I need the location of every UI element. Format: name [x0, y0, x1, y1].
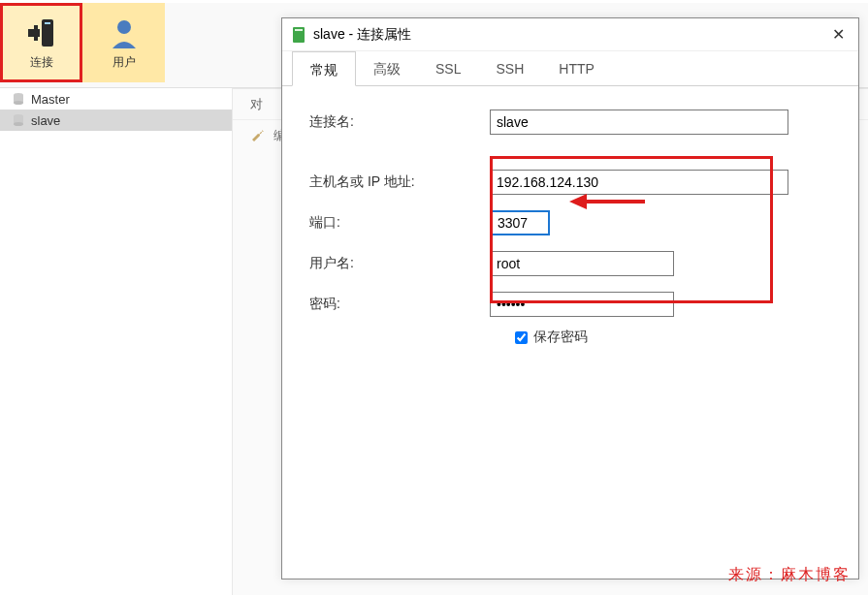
connection-name-input[interactable] — [490, 110, 788, 135]
tab-general[interactable]: 常规 — [292, 51, 356, 86]
svg-rect-1 — [45, 22, 50, 24]
dialog-tabs: 常规 高级 SSL SSH HTTP — [282, 51, 858, 86]
connect-button[interactable]: 连接 — [0, 3, 82, 82]
connection-item-master[interactable]: Master — [0, 88, 232, 110]
user-label: 用户 — [113, 54, 136, 71]
host-label: 主机名或 IP 地址: — [305, 173, 490, 191]
host-input[interactable] — [490, 170, 788, 195]
wrench-icon — [250, 128, 264, 144]
connection-label: Master — [31, 92, 70, 107]
dialog-form: 连接名: 主机名或 IP 地址: 端口: 用户名: 密码: 保存密码 — [282, 86, 858, 365]
tab-ssl[interactable]: SSL — [418, 51, 478, 86]
database-icon — [12, 92, 25, 106]
database-icon — [12, 113, 25, 127]
source-attribution: 来源：麻木博客 — [728, 565, 851, 585]
user-icon — [107, 16, 142, 50]
save-password-checkbox[interactable] — [515, 331, 528, 344]
plug-server-icon — [24, 16, 59, 50]
obj-text: 对 — [250, 96, 263, 113]
connection-label: slave — [31, 113, 60, 128]
connection-name-label: 连接名: — [305, 113, 490, 131]
svg-point-2 — [117, 20, 131, 34]
username-input[interactable] — [490, 251, 674, 276]
username-label: 用户名: — [305, 255, 490, 272]
close-button[interactable]: ✕ — [828, 25, 849, 44]
password-label: 密码: — [305, 296, 490, 313]
password-input[interactable] — [490, 292, 674, 317]
connection-properties-dialog: slave - 连接属性 ✕ 常规 高级 SSL SSH HTTP 连接名: 主… — [281, 17, 859, 579]
tab-http[interactable]: HTTP — [541, 51, 612, 86]
connections-sidebar: Master slave — [0, 88, 233, 595]
connect-label: 连接 — [30, 54, 53, 71]
user-button[interactable]: 用户 — [82, 3, 165, 82]
svg-rect-15 — [295, 29, 303, 31]
port-label: 端口: — [305, 214, 490, 232]
connection-item-slave[interactable]: slave — [0, 110, 232, 131]
dialog-title-text: slave - 连接属性 — [313, 26, 411, 44]
port-input[interactable] — [490, 210, 550, 235]
svg-point-10 — [14, 101, 23, 105]
database-green-icon — [292, 27, 305, 43]
dialog-titlebar: slave - 连接属性 ✕ — [282, 18, 858, 51]
save-password-label: 保存密码 — [533, 329, 588, 346]
tab-advanced[interactable]: 高级 — [356, 51, 418, 86]
svg-point-13 — [14, 122, 23, 126]
tab-ssh[interactable]: SSH — [478, 51, 541, 86]
